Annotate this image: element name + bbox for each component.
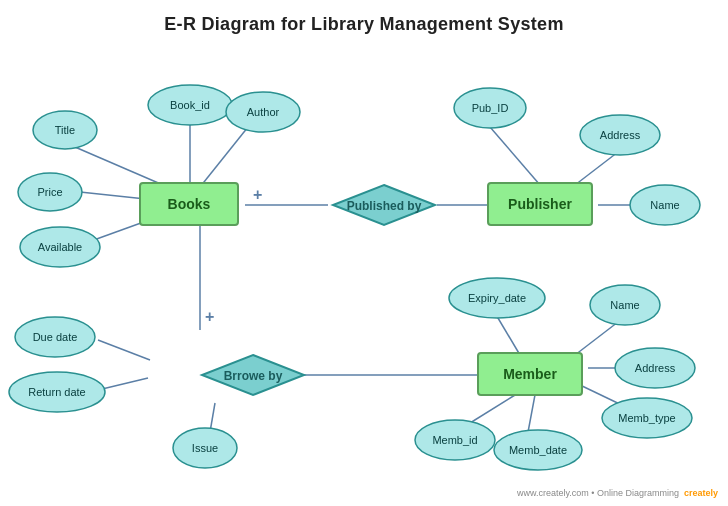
svg-line-17 — [210, 403, 215, 432]
svg-line-4 — [80, 215, 163, 245]
svg-point-58 — [415, 420, 495, 460]
brand-label: creately — [684, 488, 718, 498]
svg-text:+: + — [253, 186, 262, 203]
svg-rect-24 — [140, 183, 238, 225]
svg-text:Book_id: Book_id — [170, 99, 210, 111]
svg-line-3 — [80, 192, 155, 200]
svg-text:Books: Books — [168, 196, 211, 212]
svg-rect-28 — [478, 353, 582, 395]
svg-point-34 — [148, 85, 232, 125]
svg-point-54 — [615, 348, 695, 388]
svg-text:Publisher: Publisher — [508, 196, 572, 212]
svg-point-38 — [226, 92, 300, 132]
svg-text:Available: Available — [38, 241, 82, 253]
svg-point-60 — [494, 430, 582, 470]
svg-text:Memb_id: Memb_id — [432, 434, 477, 446]
svg-point-50 — [449, 278, 545, 318]
svg-point-56 — [602, 398, 692, 438]
svg-text:Price: Price — [37, 186, 62, 198]
svg-line-22 — [462, 395, 515, 428]
svg-text:Due date: Due date — [33, 331, 78, 343]
svg-marker-8 — [498, 200, 506, 210]
svg-text:Address: Address — [635, 362, 676, 374]
svg-marker-32 — [202, 355, 304, 395]
svg-text:Member: Member — [503, 366, 557, 382]
svg-point-36 — [33, 111, 97, 149]
svg-text:Return date: Return date — [28, 386, 85, 398]
svg-text:Name: Name — [650, 199, 679, 211]
svg-point-44 — [454, 88, 526, 128]
svg-text:Name: Name — [610, 299, 639, 311]
svg-line-21 — [580, 385, 628, 408]
svg-text:Author: Author — [247, 106, 280, 118]
diagram-title: E-R Diagram for Library Management Syste… — [0, 0, 728, 35]
svg-marker-30 — [333, 185, 435, 225]
svg-line-23 — [528, 395, 535, 432]
svg-line-2 — [200, 127, 248, 187]
svg-point-40 — [18, 173, 82, 211]
svg-text:Published by: Published by — [347, 199, 422, 213]
svg-line-18 — [495, 313, 520, 355]
svg-text:Memb_type: Memb_type — [618, 412, 675, 424]
svg-text:Expiry_date: Expiry_date — [468, 292, 526, 304]
svg-line-15 — [98, 340, 150, 360]
svg-text:Address: Address — [600, 129, 641, 141]
svg-point-62 — [15, 317, 95, 357]
svg-point-66 — [173, 428, 237, 468]
svg-line-9 — [490, 127, 540, 185]
diagram-svg: + + Books Pu — [0, 0, 728, 506]
svg-line-10 — [575, 152, 618, 185]
svg-text:Issue: Issue — [192, 442, 218, 454]
svg-rect-26 — [488, 183, 592, 225]
svg-text:Memb_date: Memb_date — [509, 444, 567, 456]
svg-line-16 — [98, 378, 148, 390]
svg-point-48 — [630, 185, 700, 225]
svg-text:Brrowe by: Brrowe by — [224, 369, 283, 383]
watermark: www.creately.com • Online Diagramming cr… — [517, 488, 718, 498]
svg-line-1 — [68, 144, 163, 185]
svg-point-52 — [590, 285, 660, 325]
svg-point-42 — [20, 227, 100, 267]
diagram-container: E-R Diagram for Library Management Syste… — [0, 0, 728, 506]
svg-line-19 — [575, 322, 618, 355]
svg-text:Pub_ID: Pub_ID — [472, 102, 509, 114]
svg-point-46 — [580, 115, 660, 155]
svg-text:+: + — [205, 308, 214, 325]
svg-text:Title: Title — [55, 124, 75, 136]
svg-point-64 — [9, 372, 105, 412]
